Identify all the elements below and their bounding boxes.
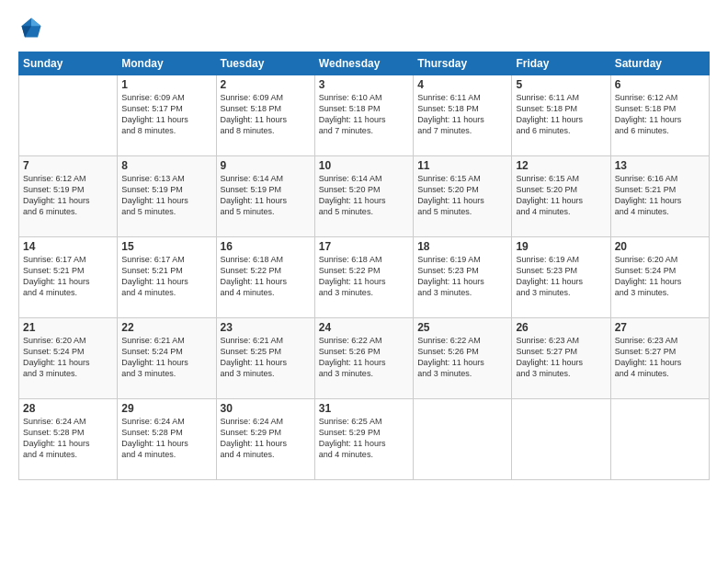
calendar-cell: 14Sunrise: 6:17 AMSunset: 5:21 PMDayligh… [19,237,118,318]
calendar-cell: 10Sunrise: 6:14 AMSunset: 5:20 PMDayligh… [314,156,413,237]
day-number: 25 [417,321,507,334]
day-number: 3 [319,78,409,91]
calendar-cell: 20Sunrise: 6:20 AMSunset: 5:24 PMDayligh… [610,237,709,318]
calendar-week-row: 7Sunrise: 6:12 AMSunset: 5:19 PMDaylight… [19,156,710,237]
calendar-cell: 12Sunrise: 6:15 AMSunset: 5:20 PMDayligh… [512,156,610,237]
day-number: 21 [23,321,113,334]
day-number: 11 [417,159,507,172]
calendar-cell: 5Sunrise: 6:11 AMSunset: 5:18 PMDaylight… [512,75,610,156]
calendar-cell: 15Sunrise: 6:17 AMSunset: 5:21 PMDayligh… [118,237,216,318]
calendar-cell: 13Sunrise: 6:16 AMSunset: 5:21 PMDayligh… [610,156,709,237]
day-info: Sunrise: 6:11 AMSunset: 5:18 PMDaylight:… [417,92,507,137]
day-info: Sunrise: 6:17 AMSunset: 5:21 PMDaylight:… [23,254,113,299]
day-number: 22 [121,321,211,334]
calendar-cell: 19Sunrise: 6:19 AMSunset: 5:23 PMDayligh… [512,237,610,318]
calendar-week-row: 28Sunrise: 6:24 AMSunset: 5:28 PMDayligh… [19,399,710,480]
calendar-cell: 18Sunrise: 6:19 AMSunset: 5:23 PMDayligh… [414,237,512,318]
weekday-header: Friday [512,52,610,75]
day-info: Sunrise: 6:09 AMSunset: 5:18 PMDaylight:… [221,92,311,137]
day-info: Sunrise: 6:23 AMSunset: 5:27 PMDaylight:… [615,335,705,380]
page: SundayMondayTuesdayWednesdayThursdayFrid… [0,0,728,563]
weekday-header: Saturday [610,52,709,75]
day-number: 31 [319,402,409,415]
calendar-cell: 3Sunrise: 6:10 AMSunset: 5:18 PMDaylight… [314,75,413,156]
weekday-header: Wednesday [314,52,413,75]
day-info: Sunrise: 6:13 AMSunset: 5:19 PMDaylight:… [121,173,211,218]
calendar-cell [414,399,512,480]
day-number: 30 [221,402,311,415]
weekday-header: Sunday [19,52,118,75]
calendar-cell: 8Sunrise: 6:13 AMSunset: 5:19 PMDaylight… [118,156,216,237]
calendar-cell: 28Sunrise: 6:24 AMSunset: 5:28 PMDayligh… [19,399,118,480]
day-number: 14 [23,240,113,253]
day-info: Sunrise: 6:12 AMSunset: 5:18 PMDaylight:… [615,92,705,137]
day-number: 2 [221,78,311,91]
day-info: Sunrise: 6:23 AMSunset: 5:27 PMDaylight:… [516,335,606,380]
day-info: Sunrise: 6:24 AMSunset: 5:28 PMDaylight:… [121,416,211,461]
day-number: 23 [221,321,311,334]
day-number: 16 [221,240,311,253]
calendar-cell: 1Sunrise: 6:09 AMSunset: 5:17 PMDaylight… [118,75,216,156]
logo-icon [18,15,44,40]
weekday-header: Monday [118,52,216,75]
calendar-cell [610,399,709,480]
day-number: 8 [121,159,211,172]
calendar-cell: 24Sunrise: 6:22 AMSunset: 5:26 PMDayligh… [314,318,413,399]
day-info: Sunrise: 6:15 AMSunset: 5:20 PMDaylight:… [516,173,606,218]
day-number: 18 [417,240,507,253]
day-info: Sunrise: 6:25 AMSunset: 5:29 PMDaylight:… [319,416,409,461]
day-number: 26 [516,321,606,334]
calendar-cell: 30Sunrise: 6:24 AMSunset: 5:29 PMDayligh… [216,399,314,480]
day-number: 13 [615,159,705,172]
calendar-cell: 22Sunrise: 6:21 AMSunset: 5:24 PMDayligh… [118,318,216,399]
calendar-cell: 29Sunrise: 6:24 AMSunset: 5:28 PMDayligh… [118,399,216,480]
calendar-cell: 4Sunrise: 6:11 AMSunset: 5:18 PMDaylight… [414,75,512,156]
weekday-header: Thursday [414,52,512,75]
calendar-cell: 9Sunrise: 6:14 AMSunset: 5:19 PMDaylight… [216,156,314,237]
day-info: Sunrise: 6:14 AMSunset: 5:20 PMDaylight:… [319,173,409,218]
day-number: 1 [121,78,211,91]
day-info: Sunrise: 6:10 AMSunset: 5:18 PMDaylight:… [319,92,409,137]
day-number: 9 [221,159,311,172]
svg-marker-1 [31,18,41,27]
day-info: Sunrise: 6:21 AMSunset: 5:25 PMDaylight:… [221,335,311,380]
day-info: Sunrise: 6:19 AMSunset: 5:23 PMDaylight:… [516,254,606,299]
weekday-header: Tuesday [216,52,314,75]
day-info: Sunrise: 6:12 AMSunset: 5:19 PMDaylight:… [23,173,113,218]
day-number: 5 [516,78,606,91]
day-info: Sunrise: 6:14 AMSunset: 5:19 PMDaylight:… [221,173,311,218]
day-info: Sunrise: 6:15 AMSunset: 5:20 PMDaylight:… [417,173,507,218]
calendar-week-row: 1Sunrise: 6:09 AMSunset: 5:17 PMDaylight… [19,75,710,156]
day-number: 7 [23,159,113,172]
day-info: Sunrise: 6:22 AMSunset: 5:26 PMDaylight:… [417,335,507,380]
calendar-cell [19,75,118,156]
calendar-cell [512,399,610,480]
calendar-cell: 6Sunrise: 6:12 AMSunset: 5:18 PMDaylight… [610,75,709,156]
calendar-cell: 16Sunrise: 6:18 AMSunset: 5:22 PMDayligh… [216,237,314,318]
day-info: Sunrise: 6:24 AMSunset: 5:28 PMDaylight:… [23,416,113,461]
calendar-week-row: 14Sunrise: 6:17 AMSunset: 5:21 PMDayligh… [19,237,710,318]
calendar-cell: 11Sunrise: 6:15 AMSunset: 5:20 PMDayligh… [414,156,512,237]
day-number: 15 [121,240,211,253]
day-info: Sunrise: 6:18 AMSunset: 5:22 PMDaylight:… [221,254,311,299]
day-info: Sunrise: 6:18 AMSunset: 5:22 PMDaylight:… [319,254,409,299]
day-info: Sunrise: 6:19 AMSunset: 5:23 PMDaylight:… [417,254,507,299]
calendar-cell: 27Sunrise: 6:23 AMSunset: 5:27 PMDayligh… [610,318,709,399]
header [18,15,710,40]
calendar-cell: 7Sunrise: 6:12 AMSunset: 5:19 PMDaylight… [19,156,118,237]
calendar-cell: 17Sunrise: 6:18 AMSunset: 5:22 PMDayligh… [314,237,413,318]
day-number: 12 [516,159,606,172]
calendar-table: SundayMondayTuesdayWednesdayThursdayFrid… [18,52,710,480]
day-number: 28 [23,402,113,415]
calendar-cell: 31Sunrise: 6:25 AMSunset: 5:29 PMDayligh… [314,399,413,480]
day-number: 27 [615,321,705,334]
day-info: Sunrise: 6:22 AMSunset: 5:26 PMDaylight:… [319,335,409,380]
day-number: 29 [121,402,211,415]
logo [18,15,48,40]
day-number: 24 [319,321,409,334]
calendar-cell: 21Sunrise: 6:20 AMSunset: 5:24 PMDayligh… [19,318,118,399]
calendar-week-row: 21Sunrise: 6:20 AMSunset: 5:24 PMDayligh… [19,318,710,399]
day-info: Sunrise: 6:20 AMSunset: 5:24 PMDaylight:… [23,335,113,380]
calendar-cell: 23Sunrise: 6:21 AMSunset: 5:25 PMDayligh… [216,318,314,399]
day-info: Sunrise: 6:21 AMSunset: 5:24 PMDaylight:… [121,335,211,380]
